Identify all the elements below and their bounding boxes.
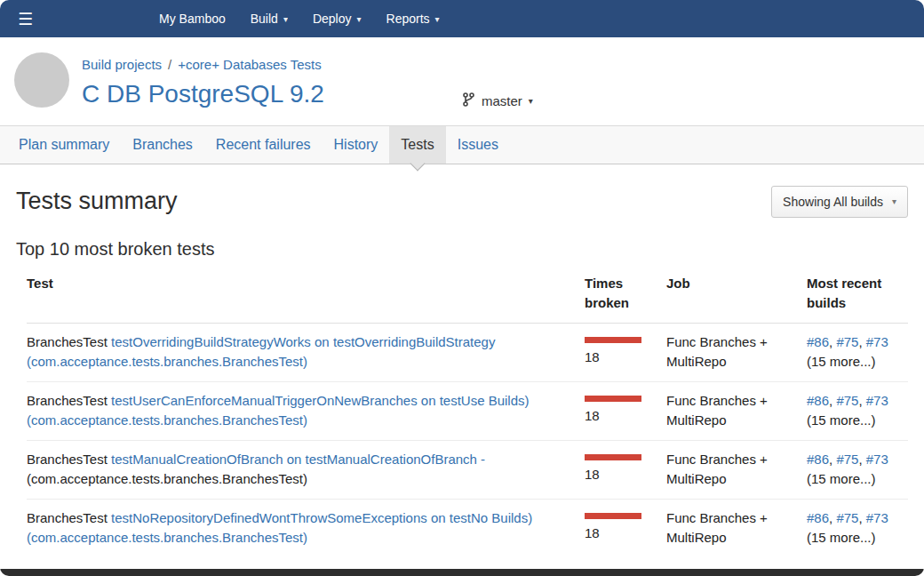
test-cell: BranchesTest testOverridingBuildStrategy… <box>27 323 585 381</box>
times-broken-cell: 18 <box>585 323 666 381</box>
job-cell: Func Branches + MultiRepo <box>666 440 807 499</box>
test-cell: BranchesTest testManualCreationOfBranch … <box>27 440 585 499</box>
nav-item-label: My Bamboo <box>159 12 226 26</box>
more-builds-text: (15 more...) <box>807 469 897 490</box>
build-link[interactable]: #75 <box>836 452 865 467</box>
build-link[interactable]: #86 <box>807 393 836 408</box>
branch-selector[interactable]: master ▾ <box>462 92 533 109</box>
times-broken-count: 18 <box>585 467 600 482</box>
tab-plan-summary[interactable]: Plan summary <box>7 126 121 164</box>
nav-items: My Bamboo Build ▾ Deploy ▾ Reports ▾ <box>147 0 452 37</box>
builds-filter-button[interactable]: Showing All builds ▾ <box>771 186 908 218</box>
test-cell: BranchesTest testUserCanEnforceManualTri… <box>27 381 585 440</box>
plan-tabs: Plan summary Branches Recent failures Hi… <box>0 125 924 164</box>
table-row: BranchesTest testManualCreationOfBranch … <box>27 440 908 499</box>
chevron-down-icon: ▾ <box>435 14 440 24</box>
tab-history[interactable]: History <box>323 126 390 164</box>
tab-issues[interactable]: Issues <box>446 126 510 164</box>
column-header-builds: Most recent builds <box>807 265 908 324</box>
times-broken-count: 18 <box>585 349 600 364</box>
breadcrumb-link-project[interactable]: +core+ Databases Tests <box>178 57 321 72</box>
builds-cell: #86#75#73 (15 more...) <box>807 499 908 557</box>
job-name: Func Branches + MultiRepo <box>666 393 768 428</box>
test-class-name: BranchesTest <box>27 510 111 525</box>
main-content: Tests summary Showing All builds ▾ Top 1… <box>0 186 924 557</box>
build-links: #86#75#73 <box>807 332 897 353</box>
breadcrumb-link-build-projects[interactable]: Build projects <box>82 57 162 72</box>
table-header-row: Test Times broken Job Most recent builds <box>27 265 908 324</box>
build-links: #86#75#73 <box>807 508 897 529</box>
times-broken-cell: 18 <box>585 440 666 499</box>
build-link[interactable]: #86 <box>807 510 836 525</box>
nav-item-deploy[interactable]: Deploy ▾ <box>300 0 374 37</box>
build-link[interactable]: #75 <box>836 334 865 349</box>
test-cell: BranchesTest testNoRepositoryDefinedWont… <box>27 499 585 557</box>
tab-recent-failures[interactable]: Recent failures <box>204 126 323 164</box>
tests-summary-heading: Tests summary <box>16 188 178 215</box>
job-name: Func Branches + MultiRepo <box>666 452 768 487</box>
build-link[interactable]: #73 <box>866 334 888 349</box>
broken-tests-table: Test Times broken Job Most recent builds… <box>27 265 908 557</box>
build-link[interactable]: #75 <box>836 510 865 525</box>
window-bottom-edge <box>0 569 924 576</box>
test-class-name: BranchesTest <box>27 452 111 467</box>
builds-cell: #86#75#73 (15 more...) <box>807 323 908 381</box>
job-name: Func Branches + MultiRepo <box>666 510 768 546</box>
builds-cell: #86#75#73 (15 more...) <box>807 381 908 440</box>
builds-cell: #86#75#73 (15 more...) <box>807 440 908 499</box>
branch-icon <box>462 92 475 109</box>
page: ☰ My Bamboo Build ▾ Deploy ▾ Reports ▾ B… <box>0 0 924 576</box>
builds-filter-label: Showing All builds <box>783 195 883 209</box>
breadcrumb-separator: / <box>162 57 178 72</box>
test-class-name: BranchesTest <box>27 334 111 349</box>
broken-bar <box>585 396 641 402</box>
test-suffix: (com.acceptance.tests.branches.BranchesT… <box>27 471 307 486</box>
broken-bar <box>585 454 641 460</box>
table-row: BranchesTest testNoRepositoryDefinedWont… <box>27 499 908 557</box>
tab-branches[interactable]: Branches <box>121 126 204 164</box>
table-row: BranchesTest testOverridingBuildStrategy… <box>27 323 908 381</box>
top-navbar: ☰ My Bamboo Build ▾ Deploy ▾ Reports ▾ <box>0 0 924 37</box>
nav-item-reports[interactable]: Reports ▾ <box>374 0 452 37</box>
broken-tests-section-title: Top 10 most broken tests <box>16 239 908 260</box>
build-links: #86#75#73 <box>807 450 897 470</box>
more-builds-text: (15 more...) <box>807 528 897 548</box>
nav-item-label: Deploy <box>313 12 352 26</box>
more-builds-text: (15 more...) <box>807 411 897 431</box>
branch-name: master <box>482 93 522 108</box>
broken-bar <box>585 513 641 519</box>
nav-item-build[interactable]: Build ▾ <box>238 0 300 37</box>
job-cell: Func Branches + MultiRepo <box>666 381 807 440</box>
build-link[interactable]: #73 <box>866 510 888 525</box>
build-link[interactable]: #75 <box>836 393 865 408</box>
times-broken-count: 18 <box>585 525 600 540</box>
tab-tests[interactable]: Tests <box>389 126 445 164</box>
column-header-test: Test <box>27 265 585 324</box>
build-link[interactable]: #73 <box>866 452 888 467</box>
build-link[interactable]: #86 <box>807 452 836 467</box>
broken-bar <box>585 337 641 343</box>
chevron-down-icon: ▾ <box>283 14 288 24</box>
nav-item-label: Build <box>251 12 278 26</box>
times-broken-count: 18 <box>585 408 600 423</box>
nav-item-my-bamboo[interactable]: My Bamboo <box>147 0 238 37</box>
menu-icon[interactable]: ☰ <box>18 11 33 28</box>
more-builds-text: (15 more...) <box>807 352 897 372</box>
nav-item-label: Reports <box>386 12 430 26</box>
times-broken-cell: 18 <box>585 381 666 440</box>
column-header-times-broken: Times broken <box>585 265 666 324</box>
chevron-down-icon: ▾ <box>357 14 362 24</box>
chevron-down-icon: ▾ <box>892 196 896 206</box>
build-link[interactable]: #73 <box>866 393 888 408</box>
build-link[interactable]: #86 <box>807 334 836 349</box>
job-name: Func Branches + MultiRepo <box>666 334 768 370</box>
avatar <box>14 52 69 108</box>
table-row: BranchesTest testUserCanEnforceManualTri… <box>27 381 908 440</box>
job-cell: Func Branches + MultiRepo <box>666 323 807 381</box>
column-header-job: Job <box>666 265 807 324</box>
times-broken-cell: 18 <box>585 499 666 557</box>
plan-header: Build projects/+core+ Databases Tests C … <box>0 37 924 125</box>
test-link[interactable]: testManualCreationOfBranch on testManual… <box>111 452 485 467</box>
test-class-name: BranchesTest <box>27 393 111 408</box>
chevron-down-icon: ▾ <box>529 96 533 106</box>
